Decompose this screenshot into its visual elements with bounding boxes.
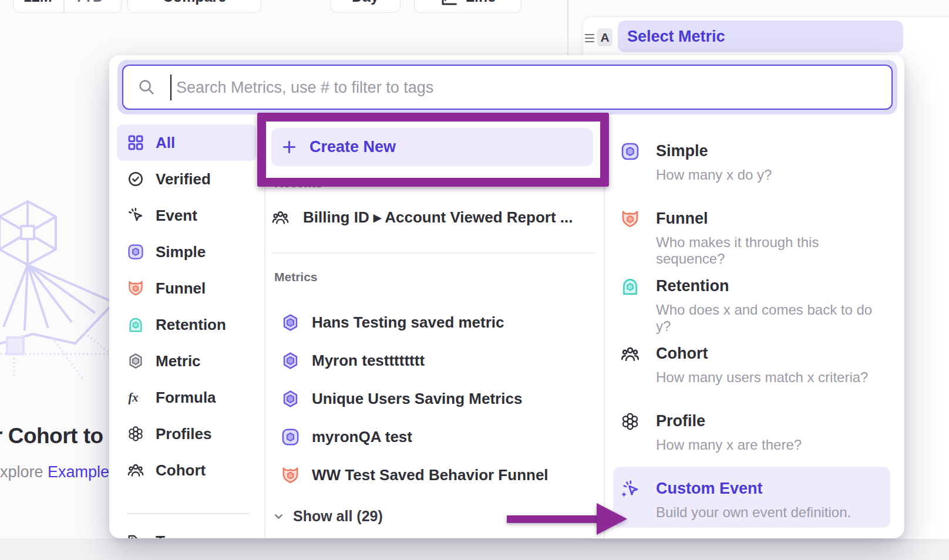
metric-item-unique-users-saving-metrics[interactable]: Unique Users Saving Metrics bbox=[271, 380, 600, 418]
annotation-highlight-box bbox=[257, 113, 609, 187]
metric-item-ww-test-saved-behavior-funnel[interactable]: WW Test Saved Behavior Funnel bbox=[271, 456, 600, 494]
cohort-icon bbox=[271, 208, 290, 227]
annotation-arrow-head-icon bbox=[597, 503, 627, 535]
chart-type-button-label: Line bbox=[466, 0, 496, 5]
simple-icon bbox=[281, 427, 300, 447]
sidebar-item-cohort[interactable]: Cohort bbox=[117, 452, 257, 488]
sidebar-item-label: Cohort bbox=[156, 461, 206, 480]
retention-row[interactable]: Retention Who does x and comes back to d… bbox=[613, 252, 890, 320]
custom-event-row[interactable]: Custom Event Build your own event defini… bbox=[613, 455, 890, 522]
sidebar-item-label: Formula bbox=[156, 389, 216, 407]
sidebar-item-simple[interactable]: Simple bbox=[117, 234, 257, 270]
funnel-row[interactable]: Funnel Who makes it through this sequenc… bbox=[613, 185, 890, 252]
sidebar-divider bbox=[127, 513, 250, 514]
tag-icon bbox=[127, 533, 144, 539]
funnel-icon bbox=[620, 209, 640, 229]
sidebar-item-tags[interactable]: Tags bbox=[117, 524, 257, 539]
text-caret bbox=[170, 75, 171, 100]
funnel-icon bbox=[127, 279, 144, 297]
metric-type-title: Retention bbox=[656, 277, 729, 295]
sidebar-item-label: Funnel bbox=[156, 279, 206, 298]
metric-type-title: Custom Event bbox=[656, 480, 763, 498]
metric-types-list: Simple How many x do y? Funnel Who makes… bbox=[613, 117, 890, 522]
profiles-icon bbox=[620, 411, 640, 431]
interval-button[interactable]: Day bbox=[330, 0, 401, 13]
simple-icon bbox=[620, 141, 640, 161]
metric-item-label: WW Test Saved Behavior Funnel bbox=[312, 466, 548, 484]
segment-divider bbox=[63, 0, 65, 13]
retention-icon bbox=[127, 316, 144, 333]
metric-type-description: How many users match x criteria? bbox=[656, 369, 868, 386]
select-metric-label: Select Metric bbox=[627, 28, 725, 46]
metric-type-title: Funnel bbox=[656, 210, 708, 228]
metric-item-label: Myron testttttttt bbox=[312, 352, 425, 370]
time-range-ytd[interactable]: YTD bbox=[74, 0, 119, 13]
metrics-section-label: Metrics bbox=[274, 270, 318, 284]
sidebar-item-label: Retention bbox=[156, 316, 226, 334]
cohort-row[interactable]: Cohort How many users match x criteria? bbox=[613, 320, 890, 387]
recents-divider bbox=[272, 252, 595, 254]
time-range-12m[interactable]: 12M bbox=[23, 0, 52, 13]
chevron-down-icon bbox=[271, 509, 286, 524]
metric-item-hans-testing-saved-metric[interactable]: Hans Testing saved metric bbox=[271, 303, 600, 342]
metric-purple-icon bbox=[281, 351, 300, 370]
select-metric-button[interactable]: Select Metric bbox=[618, 21, 903, 52]
metric-item-myron-testttttttt[interactable]: Myron testttttttt bbox=[271, 342, 600, 380]
recent-item-label: Billing ID ▸ Account Viewed Report ... bbox=[303, 208, 573, 227]
sidebar-item-retention[interactable]: Retention bbox=[117, 306, 257, 343]
saved-metrics-list: Hans Testing saved metric Myron testtttt… bbox=[271, 303, 600, 494]
sidebar-item-label: Profiles bbox=[156, 425, 211, 443]
metric-item-label: Unique Users Saving Metrics bbox=[312, 390, 522, 408]
drag-handle-icon[interactable] bbox=[584, 32, 595, 44]
sidebar-item-funnel[interactable]: Funnel bbox=[117, 270, 257, 306]
interval-button-label: Day bbox=[352, 0, 379, 5]
metric-purple-icon bbox=[281, 313, 300, 332]
recent-item[interactable]: Billing ID ▸ Account Viewed Report ... bbox=[271, 201, 593, 234]
metric-type-title: Cohort bbox=[656, 345, 708, 363]
sidebar-item-label: All bbox=[156, 134, 175, 152]
caret-down-icon bbox=[108, 0, 119, 2]
sidebar-item-verified[interactable]: Verified bbox=[117, 161, 257, 197]
annotation-arrow bbox=[507, 515, 598, 523]
sidebar-item-event[interactable]: Event bbox=[117, 197, 257, 234]
simple-row[interactable]: Simple How many x do y? bbox=[613, 117, 890, 185]
sidebar-item-profiles[interactable]: Profiles bbox=[117, 416, 257, 452]
metric-type-description: Build your own event definition. bbox=[656, 504, 851, 521]
metric-purple-icon bbox=[281, 389, 300, 409]
sidebar-item-label: Metric bbox=[156, 352, 201, 370]
search-ring bbox=[117, 60, 897, 114]
formula-icon: fx bbox=[127, 389, 144, 406]
series-a-badge: A bbox=[597, 28, 613, 46]
time-range-ytd-label: YTD bbox=[74, 0, 103, 5]
compare-button[interactable]: Compare bbox=[127, 0, 261, 13]
metric-item-myronqa-test[interactable]: myronQA test bbox=[271, 418, 600, 456]
metric-type-title: Profile bbox=[656, 412, 705, 430]
search-box[interactable] bbox=[122, 65, 893, 110]
custom-event-icon bbox=[620, 479, 640, 499]
svg-text:fx: fx bbox=[129, 391, 139, 404]
show-all-label: Show all (29) bbox=[293, 508, 383, 525]
profile-row[interactable]: Profile How many x are there? bbox=[613, 387, 890, 455]
metric-type-title: Simple bbox=[656, 142, 708, 160]
picker-sidebar: All Verified Event Simple Funnel Retenti… bbox=[117, 124, 257, 538]
app-screen: 12M YTD Compare Day Line A Sele bbox=[0, 0, 949, 560]
sidebar-item-all[interactable]: All bbox=[117, 124, 257, 161]
background-explore-line: xplore Example R bbox=[0, 463, 125, 481]
sidebar-item-label: Verified bbox=[156, 170, 211, 188]
cohort-icon bbox=[127, 461, 144, 479]
search-input[interactable] bbox=[175, 69, 870, 106]
metric-item-label: myronQA test bbox=[312, 428, 412, 446]
event-icon bbox=[127, 207, 144, 224]
simple-icon bbox=[127, 243, 144, 261]
metric-type-description: How many x are there? bbox=[656, 437, 802, 453]
profiles-icon bbox=[127, 425, 144, 443]
chart-type-button[interactable]: Line bbox=[414, 0, 521, 13]
metric-type-description: How many x do y? bbox=[656, 167, 772, 183]
line-chart-icon bbox=[440, 0, 457, 7]
sidebar-item-formula[interactable]: fx Formula bbox=[117, 379, 257, 416]
grid-icon bbox=[127, 134, 144, 151]
wireframe-illustration bbox=[0, 197, 114, 384]
show-all-button[interactable]: Show all (29) bbox=[271, 501, 506, 531]
sidebar-item-metric[interactable]: Metric bbox=[117, 343, 257, 379]
search-icon bbox=[137, 78, 155, 96]
